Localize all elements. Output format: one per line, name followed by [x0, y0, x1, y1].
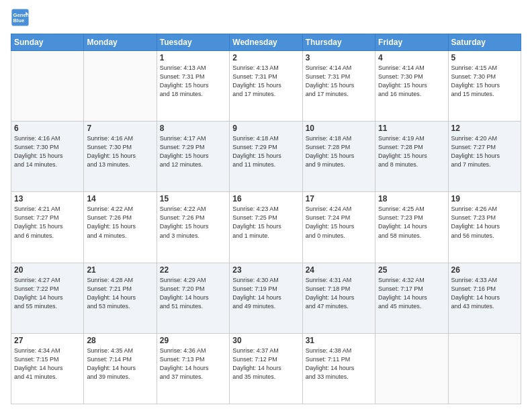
- day-info: Sunrise: 4:16 AM Sunset: 7:30 PM Dayligh…: [14, 134, 81, 169]
- day-number: 6: [14, 124, 81, 133]
- day-number: 14: [87, 194, 153, 203]
- calendar-cell: 25Sunrise: 4:32 AM Sunset: 7:17 PM Dayli…: [375, 263, 448, 333]
- day-number: 19: [451, 194, 518, 203]
- day-info: Sunrise: 4:16 AM Sunset: 7:30 PM Dayligh…: [87, 134, 153, 169]
- day-info: Sunrise: 4:30 AM Sunset: 7:19 PM Dayligh…: [232, 276, 299, 311]
- calendar-cell: [375, 333, 448, 404]
- day-info: Sunrise: 4:19 AM Sunset: 7:28 PM Dayligh…: [378, 134, 445, 169]
- day-number: 27: [14, 336, 81, 345]
- day-number: 13: [14, 194, 81, 203]
- day-number: 11: [378, 124, 445, 133]
- day-info: Sunrise: 4:20 AM Sunset: 7:27 PM Dayligh…: [451, 134, 518, 169]
- calendar-cell: 2Sunrise: 4:13 AM Sunset: 7:31 PM Daylig…: [230, 51, 302, 122]
- day-info: Sunrise: 4:26 AM Sunset: 7:23 PM Dayligh…: [451, 205, 518, 240]
- day-info: Sunrise: 4:17 AM Sunset: 7:29 PM Dayligh…: [160, 134, 226, 169]
- calendar-cell: 16Sunrise: 4:23 AM Sunset: 7:25 PM Dayli…: [230, 192, 302, 263]
- day-info: Sunrise: 4:27 AM Sunset: 7:22 PM Dayligh…: [14, 276, 81, 311]
- calendar-cell: 29Sunrise: 4:36 AM Sunset: 7:13 PM Dayli…: [157, 333, 229, 404]
- logo: General Blue: [11, 8, 31, 27]
- day-info: Sunrise: 4:15 AM Sunset: 7:30 PM Dayligh…: [451, 64, 518, 99]
- calendar-cell: [84, 51, 157, 122]
- day-number: 25: [378, 265, 445, 275]
- calendar-week-row: 27Sunrise: 4:34 AM Sunset: 7:15 PM Dayli…: [11, 333, 521, 404]
- calendar-cell: 11Sunrise: 4:19 AM Sunset: 7:28 PM Dayli…: [375, 122, 448, 192]
- day-number: 26: [451, 265, 518, 275]
- day-number: 7: [87, 124, 153, 133]
- calendar-cell: 24Sunrise: 4:31 AM Sunset: 7:18 PM Dayli…: [302, 263, 375, 333]
- day-number: 3: [306, 53, 372, 62]
- day-number: 30: [232, 336, 299, 345]
- day-info: Sunrise: 4:13 AM Sunset: 7:31 PM Dayligh…: [232, 64, 299, 99]
- calendar-cell: 28Sunrise: 4:35 AM Sunset: 7:14 PM Dayli…: [84, 333, 157, 404]
- day-number: 23: [232, 265, 299, 275]
- day-info: Sunrise: 4:14 AM Sunset: 7:30 PM Dayligh…: [378, 64, 445, 99]
- day-number: 18: [378, 194, 445, 203]
- calendar-week-row: 6Sunrise: 4:16 AM Sunset: 7:30 PM Daylig…: [11, 122, 521, 192]
- calendar-cell: 17Sunrise: 4:24 AM Sunset: 7:24 PM Dayli…: [302, 192, 375, 263]
- calendar-cell: 20Sunrise: 4:27 AM Sunset: 7:22 PM Dayli…: [11, 263, 84, 333]
- day-number: 10: [306, 124, 372, 133]
- day-info: Sunrise: 4:36 AM Sunset: 7:13 PM Dayligh…: [160, 347, 226, 381]
- day-header-saturday: Saturday: [448, 34, 521, 51]
- calendar-cell: 3Sunrise: 4:14 AM Sunset: 7:31 PM Daylig…: [302, 51, 375, 122]
- calendar-cell: 27Sunrise: 4:34 AM Sunset: 7:15 PM Dayli…: [11, 333, 84, 404]
- day-number: 1: [160, 53, 226, 62]
- day-header-wednesday: Wednesday: [230, 34, 302, 51]
- calendar-cell: 26Sunrise: 4:33 AM Sunset: 7:16 PM Dayli…: [448, 263, 521, 333]
- day-number: 8: [160, 124, 226, 133]
- calendar-cell: [448, 333, 521, 404]
- day-header-friday: Friday: [375, 34, 448, 51]
- day-number: 5: [451, 53, 518, 62]
- calendar-cell: 30Sunrise: 4:37 AM Sunset: 7:12 PM Dayli…: [230, 333, 302, 404]
- day-number: 16: [232, 194, 299, 203]
- calendar-week-row: 13Sunrise: 4:21 AM Sunset: 7:27 PM Dayli…: [11, 192, 521, 263]
- calendar-cell: 1Sunrise: 4:13 AM Sunset: 7:31 PM Daylig…: [157, 51, 229, 122]
- calendar-week-row: 1Sunrise: 4:13 AM Sunset: 7:31 PM Daylig…: [11, 51, 521, 122]
- calendar-cell: 19Sunrise: 4:26 AM Sunset: 7:23 PM Dayli…: [448, 192, 521, 263]
- calendar-cell: 10Sunrise: 4:18 AM Sunset: 7:28 PM Dayli…: [302, 122, 375, 192]
- calendar-week-row: 20Sunrise: 4:27 AM Sunset: 7:22 PM Dayli…: [11, 263, 521, 333]
- calendar-cell: 31Sunrise: 4:38 AM Sunset: 7:11 PM Dayli…: [302, 333, 375, 404]
- day-number: 28: [87, 336, 153, 345]
- logo-icon: General Blue: [11, 8, 30, 27]
- calendar-cell: [11, 51, 84, 122]
- day-info: Sunrise: 4:18 AM Sunset: 7:29 PM Dayligh…: [232, 134, 299, 169]
- day-info: Sunrise: 4:35 AM Sunset: 7:14 PM Dayligh…: [87, 347, 153, 381]
- calendar-cell: 5Sunrise: 4:15 AM Sunset: 7:30 PM Daylig…: [448, 51, 521, 122]
- page: General Blue SundayMondayTuesdayWednesda…: [0, 0, 532, 411]
- day-info: Sunrise: 4:38 AM Sunset: 7:11 PM Dayligh…: [306, 347, 372, 381]
- day-number: 9: [232, 124, 299, 133]
- day-number: 12: [451, 124, 518, 133]
- day-number: 22: [160, 265, 226, 275]
- svg-text:General: General: [13, 12, 30, 18]
- day-info: Sunrise: 4:28 AM Sunset: 7:21 PM Dayligh…: [87, 276, 153, 311]
- day-header-tuesday: Tuesday: [157, 34, 229, 51]
- calendar-cell: 9Sunrise: 4:18 AM Sunset: 7:29 PM Daylig…: [230, 122, 302, 192]
- calendar-cell: 12Sunrise: 4:20 AM Sunset: 7:27 PM Dayli…: [448, 122, 521, 192]
- calendar-header-row: SundayMondayTuesdayWednesdayThursdayFrid…: [11, 34, 521, 51]
- day-info: Sunrise: 4:31 AM Sunset: 7:18 PM Dayligh…: [306, 276, 372, 311]
- calendar-cell: 8Sunrise: 4:17 AM Sunset: 7:29 PM Daylig…: [157, 122, 229, 192]
- svg-text:Blue: Blue: [13, 17, 25, 24]
- calendar-cell: 6Sunrise: 4:16 AM Sunset: 7:30 PM Daylig…: [11, 122, 84, 192]
- day-header-sunday: Sunday: [11, 34, 84, 51]
- day-info: Sunrise: 4:18 AM Sunset: 7:28 PM Dayligh…: [306, 134, 372, 169]
- day-info: Sunrise: 4:24 AM Sunset: 7:24 PM Dayligh…: [306, 205, 372, 240]
- calendar-cell: 23Sunrise: 4:30 AM Sunset: 7:19 PM Dayli…: [230, 263, 302, 333]
- day-number: 29: [160, 336, 226, 345]
- day-info: Sunrise: 4:29 AM Sunset: 7:20 PM Dayligh…: [160, 276, 226, 311]
- day-number: 21: [87, 265, 153, 275]
- day-info: Sunrise: 4:21 AM Sunset: 7:27 PM Dayligh…: [14, 205, 81, 240]
- day-info: Sunrise: 4:22 AM Sunset: 7:26 PM Dayligh…: [160, 205, 226, 240]
- day-number: 4: [378, 53, 445, 62]
- calendar-table: SundayMondayTuesdayWednesdayThursdayFrid…: [11, 34, 521, 404]
- day-info: Sunrise: 4:25 AM Sunset: 7:23 PM Dayligh…: [378, 205, 445, 240]
- day-info: Sunrise: 4:14 AM Sunset: 7:31 PM Dayligh…: [306, 64, 372, 99]
- day-number: 2: [232, 53, 299, 62]
- day-number: 24: [306, 265, 372, 275]
- day-info: Sunrise: 4:37 AM Sunset: 7:12 PM Dayligh…: [232, 347, 299, 381]
- calendar-cell: 7Sunrise: 4:16 AM Sunset: 7:30 PM Daylig…: [84, 122, 157, 192]
- calendar-cell: 4Sunrise: 4:14 AM Sunset: 7:30 PM Daylig…: [375, 51, 448, 122]
- calendar-cell: 18Sunrise: 4:25 AM Sunset: 7:23 PM Dayli…: [375, 192, 448, 263]
- day-info: Sunrise: 4:13 AM Sunset: 7:31 PM Dayligh…: [160, 64, 226, 99]
